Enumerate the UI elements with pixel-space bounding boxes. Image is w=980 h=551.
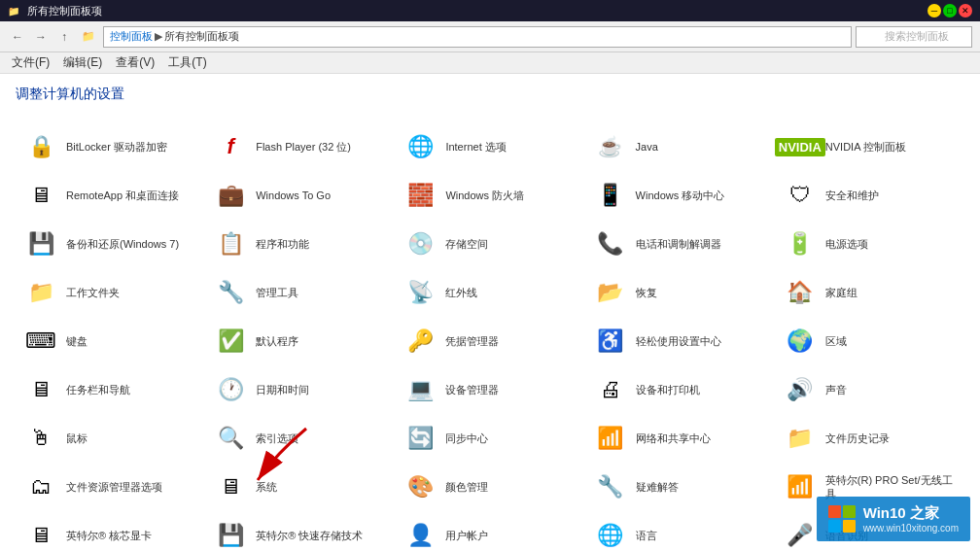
item-icon: 💾 [23, 226, 58, 261]
control-panel-item[interactable]: 🕐 日期和时间 [205, 365, 395, 414]
menu-bar: 文件(F) 编辑(E) 查看(V) 工具(T) [0, 52, 980, 74]
item-label: 设备和打印机 [636, 383, 700, 396]
item-icon: 💻 [402, 372, 438, 407]
control-panel-item[interactable]: ♿ 轻松使用设置中心 [585, 317, 775, 365]
item-icon: 🌍 [783, 324, 818, 359]
search-button[interactable]: 搜索控制面板 [856, 26, 972, 48]
item-icon: ♿ [593, 324, 628, 359]
item-icon: 🎨 [402, 469, 438, 504]
menu-edit[interactable]: 编辑(E) [57, 52, 108, 73]
page-title: 调整计算机的设置 [16, 86, 964, 107]
item-icon: 🏠 [783, 275, 818, 310]
address-bar: ← → ↑ 📁 控制面板 ▶ 所有控制面板项 搜索控制面板 [0, 21, 980, 52]
control-panel-item[interactable]: ✅ 默认程序 [205, 317, 395, 365]
control-panel-item[interactable]: 🛡 安全和维护 [775, 171, 964, 220]
content-area: 调整计算机的设置 🔒 BitLocker 驱动器加密 f Flash Playe… [0, 74, 980, 551]
control-panel-item[interactable]: 💿 存储空间 [395, 220, 584, 268]
item-label: 语言 [636, 529, 657, 542]
item-label: 设备管理器 [445, 383, 499, 396]
control-panel-item[interactable]: 🔄 同步中心 [395, 414, 584, 463]
window-controls[interactable]: ─ □ ✕ [928, 4, 972, 17]
control-panel-item[interactable]: 🔊 声音 [775, 365, 964, 414]
item-icon: 🔊 [783, 372, 818, 407]
title-bar: 📁 所有控制面板项 ─ □ ✕ [0, 0, 980, 21]
control-panel-item[interactable]: 🌍 区域 [775, 317, 964, 365]
menu-file[interactable]: 文件(F) [6, 52, 55, 73]
control-panel-item[interactable]: NVIDIA NVIDIA 控制面板 [775, 122, 964, 171]
control-panel-item[interactable]: 💻 设备管理器 [395, 365, 584, 414]
control-panel-item[interactable]: 📶 网络和共享中心 [585, 414, 775, 463]
up-button[interactable]: ↑ [54, 27, 74, 47]
control-panel-item[interactable]: 🧱 Windows 防火墙 [395, 171, 584, 220]
item-icon: 🖥 [23, 372, 58, 407]
item-label: 键盘 [66, 334, 88, 348]
control-panel-item[interactable]: 🎨 颜色管理 [395, 463, 584, 511]
control-panel-item[interactable]: 🔒 BitLocker 驱动器加密 [16, 122, 205, 171]
menu-tools[interactable]: 工具(T) [162, 52, 212, 73]
control-panel-item[interactable]: 💾 备份和还原(Windows 7) [16, 220, 205, 268]
control-panel-item[interactable]: 🖥 任务栏和导航 [16, 365, 205, 414]
item-label: 英特尔® 快速存储技术 [256, 529, 363, 542]
item-icon: 📁 [23, 275, 58, 310]
control-panel-item[interactable]: 🔋 电源选项 [775, 220, 964, 268]
item-icon: 🖱 [23, 421, 58, 456]
item-icon: 🌐 [593, 518, 628, 551]
item-label: 管理工具 [256, 286, 298, 299]
item-label: RemoteApp 和桌面连接 [66, 189, 179, 202]
item-icon: 📶 [783, 469, 818, 504]
control-panel-item[interactable]: 🌐 Internet 选项 [395, 122, 584, 171]
control-panel-item[interactable]: f Flash Player (32 位) [205, 122, 395, 171]
control-panel-item[interactable]: 📡 红外线 [395, 268, 584, 317]
item-label: 凭据管理器 [445, 334, 499, 348]
control-panel-item[interactable]: 🔑 凭据管理器 [395, 317, 584, 365]
control-panel-item[interactable]: ☕ Java [585, 122, 775, 171]
control-panel-item[interactable]: 🖨 设备和打印机 [585, 365, 775, 414]
item-label: 红外线 [445, 286, 477, 299]
control-panel-item[interactable]: 🖥 系统 [205, 463, 395, 511]
control-panel-item[interactable]: 👤 用户帐户 [395, 511, 584, 551]
forward-button[interactable]: → [31, 27, 51, 47]
watermark-sub-text: www.win10xitong.com [863, 523, 959, 534]
control-panel-item[interactable]: 🖱 鼠标 [16, 414, 205, 463]
path-segment-control-panel[interactable]: 控制面板 [110, 29, 153, 44]
control-panel-item[interactable]: 🔧 管理工具 [205, 268, 395, 317]
control-panel-item[interactable]: 🌐 语言 [585, 511, 775, 551]
control-panel-item[interactable]: 📁 工作文件夹 [16, 268, 205, 317]
watermark-main-text: Win10 之家 [863, 504, 959, 523]
control-panel-item[interactable]: 📱 Windows 移动中心 [585, 171, 775, 220]
item-label: 电话和调制解调器 [636, 237, 721, 251]
window-title: 所有控制面板项 [27, 4, 928, 18]
close-button[interactable]: ✕ [959, 4, 972, 17]
item-icon: 💾 [213, 518, 248, 551]
maximize-button[interactable]: □ [943, 4, 957, 17]
control-panel-item[interactable]: 💾 英特尔® 快速存储技术 [205, 511, 395, 551]
address-path[interactable]: 控制面板 ▶ 所有控制面板项 [103, 26, 852, 48]
item-icon: 🔑 [402, 324, 438, 359]
control-panel-item[interactable]: 🖥 RemoteApp 和桌面连接 [16, 171, 205, 220]
watermark-text: Win10 之家 www.win10xitong.com [863, 504, 959, 534]
control-panel-item[interactable]: 📂 恢复 [585, 268, 775, 317]
back-button[interactable]: ← [8, 27, 27, 47]
control-panel-item[interactable]: 🖥 英特尔® 核芯显卡 [16, 511, 205, 551]
control-panel-item[interactable]: 💼 Windows To Go [205, 171, 395, 220]
item-label: 默认程序 [256, 334, 298, 348]
control-panel-item[interactable]: 📋 程序和功能 [205, 220, 395, 268]
minimize-button[interactable]: ─ [928, 4, 941, 17]
item-label: NVIDIA 控制面板 [825, 140, 906, 154]
control-panel-item[interactable]: ⌨ 键盘 [16, 317, 205, 365]
control-panel-item[interactable]: 📁 文件历史记录 [775, 414, 964, 463]
menu-view[interactable]: 查看(V) [110, 52, 160, 73]
control-panel-item[interactable]: 📞 电话和调制解调器 [585, 220, 775, 268]
item-label: 鼠标 [66, 431, 88, 445]
item-label: Flash Player (32 位) [256, 140, 351, 154]
item-icon: 🌐 [402, 129, 438, 164]
item-label: 任务栏和导航 [66, 383, 130, 396]
control-panel-item[interactable]: 🗂 文件资源管理器选项 [16, 463, 205, 511]
item-label: 电源选项 [825, 237, 868, 251]
item-icon: 🔋 [783, 226, 818, 261]
control-panel-item[interactable]: 🔧 疑难解答 [585, 463, 775, 511]
control-panel-item[interactable]: 🔍 索引选项 [205, 414, 395, 463]
item-icon: 👤 [402, 518, 438, 551]
control-panel-item[interactable]: 🏠 家庭组 [775, 268, 964, 317]
item-label: 同步中心 [445, 431, 488, 445]
